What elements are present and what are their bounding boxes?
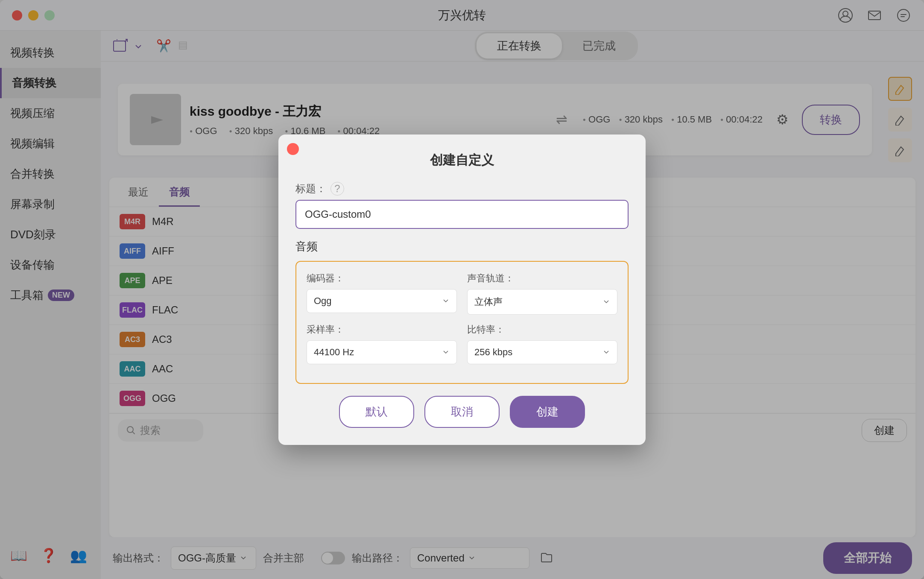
encoder-select[interactable]: Ogg <box>307 289 457 313</box>
audio-track-label: 声音轨道： <box>467 272 617 285</box>
modal-actions: 默认 取消 创建 <box>295 396 629 428</box>
audio-track-select[interactable]: 立体声 <box>467 289 617 315</box>
bitrate-value: 256 kbps <box>474 347 512 358</box>
encoder-field: 编码器： Ogg <box>307 272 457 315</box>
audio-track-field: 声音轨道： 立体声 <box>467 272 617 315</box>
cancel-button[interactable]: 取消 <box>424 396 500 428</box>
bitrate-select[interactable]: 256 kbps <box>467 340 617 364</box>
default-button[interactable]: 默认 <box>339 396 414 428</box>
audio-settings-box: 编码器： Ogg 声音轨道： 立体声 <box>295 261 629 384</box>
sample-bitrate-row: 采样率： 44100 Hz 比特率： 256 kbps <box>307 323 617 364</box>
encoder-value: Ogg <box>314 295 332 307</box>
sample-rate-field: 采样率： 44100 Hz <box>307 323 457 364</box>
audio-section-label: 音频 <box>295 239 629 254</box>
sample-rate-select[interactable]: 44100 Hz <box>307 340 457 364</box>
bitrate-label: 比特率： <box>467 323 617 336</box>
main-window: 万兴优转 <box>0 0 924 579</box>
sample-rate-label: 采样率： <box>307 323 457 336</box>
audio-track-value: 立体声 <box>474 295 503 308</box>
create-custom-modal: 创建自定义 标题： ? 音频 编码器： Ogg <box>278 135 646 445</box>
bitrate-field: 比特率： 256 kbps <box>467 323 617 364</box>
modal-overlay: 创建自定义 标题： ? 音频 编码器： Ogg <box>0 0 924 579</box>
create-button[interactable]: 创建 <box>510 396 585 428</box>
encoder-row: 编码器： Ogg 声音轨道： 立体声 <box>307 272 617 315</box>
sample-rate-value: 44100 Hz <box>314 347 354 358</box>
title-field-label: 标题： ? <box>295 182 629 196</box>
help-icon[interactable]: ? <box>330 182 344 196</box>
modal-title: 创建自定义 <box>295 152 629 169</box>
encoder-label: 编码器： <box>307 272 457 285</box>
modal-close-button[interactable] <box>287 143 299 155</box>
title-input[interactable] <box>295 200 629 229</box>
